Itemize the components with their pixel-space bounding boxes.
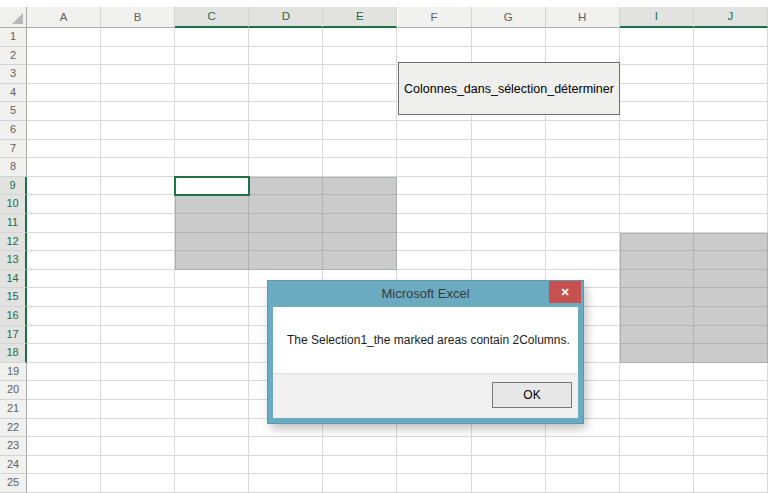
row-header-11[interactable]: 11 xyxy=(0,214,27,233)
excel-message-dialog: Microsoft Excel ✕ The Selection1_the mar… xyxy=(268,281,583,423)
close-icon[interactable]: ✕ xyxy=(549,281,581,303)
dialog-message-area: The Selection1_the marked areas contain … xyxy=(273,307,578,373)
row-header-6[interactable]: 6 xyxy=(0,121,27,140)
row-header-19[interactable]: 19 xyxy=(0,363,27,382)
select-all-triangle-icon xyxy=(12,13,23,24)
dialog-titlebar[interactable]: Microsoft Excel ✕ xyxy=(268,281,583,307)
row-header-9[interactable]: 9 xyxy=(0,177,27,196)
column-header-J[interactable]: J xyxy=(694,7,768,28)
row-header-3[interactable]: 3 xyxy=(0,65,27,84)
dialog-body: The Selection1_the marked areas contain … xyxy=(273,307,578,418)
select-all-corner[interactable] xyxy=(0,7,27,28)
row-header-13[interactable]: 13 xyxy=(0,251,27,270)
dialog-footer: OK xyxy=(273,373,578,418)
row-header-2[interactable]: 2 xyxy=(0,47,27,66)
excel-window: ABCDEFGHIJ 12345678910111213141516171819… xyxy=(0,0,768,493)
row-header-24[interactable]: 24 xyxy=(0,456,27,475)
row-header-22[interactable]: 22 xyxy=(0,419,27,438)
column-header-E[interactable]: E xyxy=(323,7,397,28)
ok-button[interactable]: OK xyxy=(492,382,572,408)
row-header-20[interactable]: 20 xyxy=(0,381,27,400)
row-header-14[interactable]: 14 xyxy=(0,270,27,289)
row-header-10[interactable]: 10 xyxy=(0,195,27,214)
dialog-message: The Selection1_the marked areas contain … xyxy=(287,333,570,347)
row-header-16[interactable]: 16 xyxy=(0,307,27,326)
macro-button[interactable]: Colonnes_dans_sélection_déterminer xyxy=(398,62,620,115)
column-header-A[interactable]: A xyxy=(27,7,101,28)
dialog-title: Microsoft Excel xyxy=(381,286,469,301)
row-header-7[interactable]: 7 xyxy=(0,140,27,159)
row-header-8[interactable]: 8 xyxy=(0,158,27,177)
column-header-G[interactable]: G xyxy=(472,7,546,28)
column-header-H[interactable]: H xyxy=(546,7,620,28)
column-header-C[interactable]: C xyxy=(175,7,249,28)
row-header-5[interactable]: 5 xyxy=(0,102,27,121)
column-header-B[interactable]: B xyxy=(101,7,175,28)
row-header-17[interactable]: 17 xyxy=(0,326,27,345)
column-header-I[interactable]: I xyxy=(620,7,694,28)
row-header-1[interactable]: 1 xyxy=(0,28,27,47)
row-header-21[interactable]: 21 xyxy=(0,400,27,419)
active-cell-C9[interactable] xyxy=(174,176,250,197)
selection-range-I12:J18 xyxy=(620,233,768,363)
column-header-F[interactable]: F xyxy=(398,7,472,28)
row-header-25[interactable]: 25 xyxy=(0,474,27,493)
column-header-D[interactable]: D xyxy=(249,7,323,28)
row-header-12[interactable]: 12 xyxy=(0,233,27,252)
row-header-23[interactable]: 23 xyxy=(0,437,27,456)
row-header-15[interactable]: 15 xyxy=(0,288,27,307)
row-header-18[interactable]: 18 xyxy=(0,344,27,363)
row-header-4[interactable]: 4 xyxy=(0,84,27,103)
